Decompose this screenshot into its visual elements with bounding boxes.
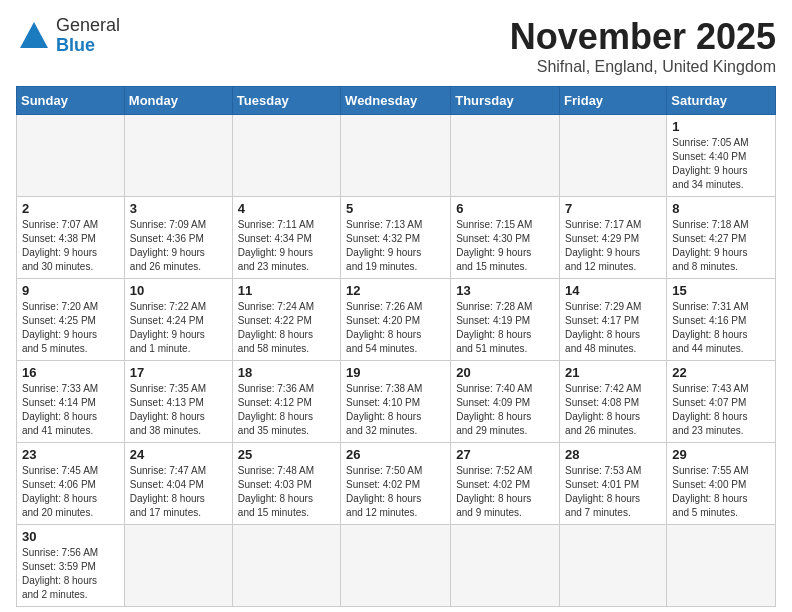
day-info: Sunrise: 7:29 AM Sunset: 4:17 PM Dayligh… [565,300,661,356]
day-info: Sunrise: 7:40 AM Sunset: 4:09 PM Dayligh… [456,382,554,438]
day-number: 10 [130,283,227,298]
calendar-day: 8Sunrise: 7:18 AM Sunset: 4:27 PM Daylig… [667,197,776,279]
day-number: 8 [672,201,770,216]
calendar-day [17,115,125,197]
header-tuesday: Tuesday [232,87,340,115]
day-number: 16 [22,365,119,380]
day-number: 1 [672,119,770,134]
calendar-day: 14Sunrise: 7:29 AM Sunset: 4:17 PM Dayli… [560,279,667,361]
location: Shifnal, England, United Kingdom [510,58,776,76]
calendar-week-row: 1Sunrise: 7:05 AM Sunset: 4:40 PM Daylig… [17,115,776,197]
day-info: Sunrise: 7:38 AM Sunset: 4:10 PM Dayligh… [346,382,445,438]
header-friday: Friday [560,87,667,115]
calendar-day: 28Sunrise: 7:53 AM Sunset: 4:01 PM Dayli… [560,443,667,525]
calendar-day: 22Sunrise: 7:43 AM Sunset: 4:07 PM Dayli… [667,361,776,443]
calendar-week-row: 23Sunrise: 7:45 AM Sunset: 4:06 PM Dayli… [17,443,776,525]
calendar-day [451,115,560,197]
day-info: Sunrise: 7:50 AM Sunset: 4:02 PM Dayligh… [346,464,445,520]
header-monday: Monday [124,87,232,115]
day-info: Sunrise: 7:28 AM Sunset: 4:19 PM Dayligh… [456,300,554,356]
day-info: Sunrise: 7:24 AM Sunset: 4:22 PM Dayligh… [238,300,335,356]
day-number: 22 [672,365,770,380]
day-info: Sunrise: 7:42 AM Sunset: 4:08 PM Dayligh… [565,382,661,438]
calendar: Sunday Monday Tuesday Wednesday Thursday… [16,86,776,607]
weekday-header-row: Sunday Monday Tuesday Wednesday Thursday… [17,87,776,115]
logo-icon [16,18,52,54]
day-number: 19 [346,365,445,380]
calendar-day [560,115,667,197]
calendar-day: 3Sunrise: 7:09 AM Sunset: 4:36 PM Daylig… [124,197,232,279]
calendar-day: 15Sunrise: 7:31 AM Sunset: 4:16 PM Dayli… [667,279,776,361]
day-number: 30 [22,529,119,544]
calendar-week-row: 2Sunrise: 7:07 AM Sunset: 4:38 PM Daylig… [17,197,776,279]
calendar-day: 13Sunrise: 7:28 AM Sunset: 4:19 PM Dayli… [451,279,560,361]
calendar-day: 23Sunrise: 7:45 AM Sunset: 4:06 PM Dayli… [17,443,125,525]
day-info: Sunrise: 7:36 AM Sunset: 4:12 PM Dayligh… [238,382,335,438]
calendar-day: 26Sunrise: 7:50 AM Sunset: 4:02 PM Dayli… [341,443,451,525]
day-number: 9 [22,283,119,298]
month-title: November 2025 [510,16,776,58]
day-info: Sunrise: 7:55 AM Sunset: 4:00 PM Dayligh… [672,464,770,520]
calendar-day: 29Sunrise: 7:55 AM Sunset: 4:00 PM Dayli… [667,443,776,525]
day-number: 21 [565,365,661,380]
day-info: Sunrise: 7:26 AM Sunset: 4:20 PM Dayligh… [346,300,445,356]
day-number: 4 [238,201,335,216]
calendar-day: 25Sunrise: 7:48 AM Sunset: 4:03 PM Dayli… [232,443,340,525]
day-number: 12 [346,283,445,298]
day-info: Sunrise: 7:33 AM Sunset: 4:14 PM Dayligh… [22,382,119,438]
calendar-day [124,525,232,607]
calendar-day [341,525,451,607]
title-area: November 2025 Shifnal, England, United K… [510,16,776,76]
calendar-day: 24Sunrise: 7:47 AM Sunset: 4:04 PM Dayli… [124,443,232,525]
day-number: 25 [238,447,335,462]
calendar-day: 2Sunrise: 7:07 AM Sunset: 4:38 PM Daylig… [17,197,125,279]
day-number: 28 [565,447,661,462]
day-number: 29 [672,447,770,462]
calendar-day [667,525,776,607]
header-thursday: Thursday [451,87,560,115]
calendar-day: 19Sunrise: 7:38 AM Sunset: 4:10 PM Dayli… [341,361,451,443]
day-info: Sunrise: 7:22 AM Sunset: 4:24 PM Dayligh… [130,300,227,356]
day-number: 2 [22,201,119,216]
day-number: 15 [672,283,770,298]
day-info: Sunrise: 7:56 AM Sunset: 3:59 PM Dayligh… [22,546,119,602]
day-info: Sunrise: 7:43 AM Sunset: 4:07 PM Dayligh… [672,382,770,438]
calendar-day: 9Sunrise: 7:20 AM Sunset: 4:25 PM Daylig… [17,279,125,361]
day-number: 3 [130,201,227,216]
calendar-day [560,525,667,607]
calendar-day: 12Sunrise: 7:26 AM Sunset: 4:20 PM Dayli… [341,279,451,361]
day-number: 23 [22,447,119,462]
calendar-day [232,115,340,197]
day-number: 17 [130,365,227,380]
day-info: Sunrise: 7:35 AM Sunset: 4:13 PM Dayligh… [130,382,227,438]
day-number: 20 [456,365,554,380]
day-info: Sunrise: 7:45 AM Sunset: 4:06 PM Dayligh… [22,464,119,520]
calendar-day: 11Sunrise: 7:24 AM Sunset: 4:22 PM Dayli… [232,279,340,361]
calendar-week-row: 9Sunrise: 7:20 AM Sunset: 4:25 PM Daylig… [17,279,776,361]
day-info: Sunrise: 7:07 AM Sunset: 4:38 PM Dayligh… [22,218,119,274]
calendar-day: 1Sunrise: 7:05 AM Sunset: 4:40 PM Daylig… [667,115,776,197]
calendar-day: 27Sunrise: 7:52 AM Sunset: 4:02 PM Dayli… [451,443,560,525]
day-info: Sunrise: 7:05 AM Sunset: 4:40 PM Dayligh… [672,136,770,192]
day-info: Sunrise: 7:52 AM Sunset: 4:02 PM Dayligh… [456,464,554,520]
calendar-day: 20Sunrise: 7:40 AM Sunset: 4:09 PM Dayli… [451,361,560,443]
calendar-day: 16Sunrise: 7:33 AM Sunset: 4:14 PM Dayli… [17,361,125,443]
day-info: Sunrise: 7:09 AM Sunset: 4:36 PM Dayligh… [130,218,227,274]
header-wednesday: Wednesday [341,87,451,115]
day-number: 26 [346,447,445,462]
day-info: Sunrise: 7:48 AM Sunset: 4:03 PM Dayligh… [238,464,335,520]
day-number: 13 [456,283,554,298]
logo: General Blue [16,16,120,56]
calendar-day: 17Sunrise: 7:35 AM Sunset: 4:13 PM Dayli… [124,361,232,443]
day-info: Sunrise: 7:47 AM Sunset: 4:04 PM Dayligh… [130,464,227,520]
header-sunday: Sunday [17,87,125,115]
day-number: 11 [238,283,335,298]
header: General Blue November 2025 Shifnal, Engl… [16,16,776,76]
day-number: 6 [456,201,554,216]
day-info: Sunrise: 7:15 AM Sunset: 4:30 PM Dayligh… [456,218,554,274]
calendar-day: 21Sunrise: 7:42 AM Sunset: 4:08 PM Dayli… [560,361,667,443]
day-number: 5 [346,201,445,216]
day-number: 18 [238,365,335,380]
calendar-day [341,115,451,197]
calendar-day [124,115,232,197]
